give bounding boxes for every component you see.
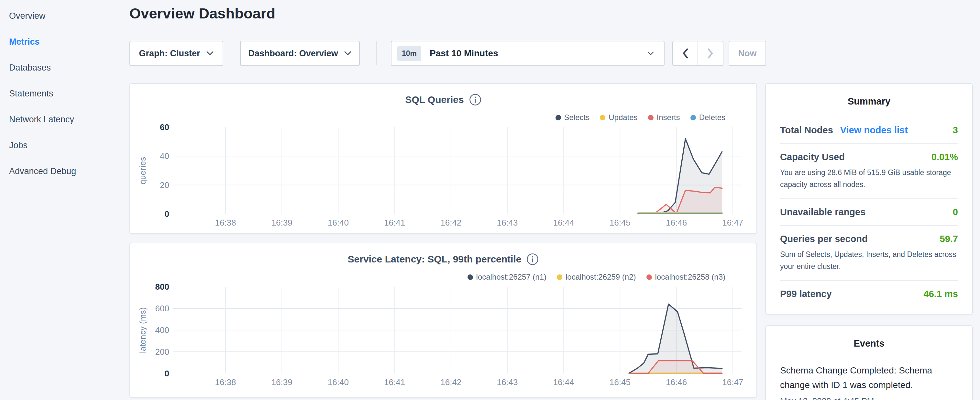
svg-text:40: 40 (160, 151, 169, 161)
svg-text:16:44: 16:44 (553, 377, 574, 387)
svg-text:16:43: 16:43 (496, 377, 518, 387)
summary-row-label: P99 latency (780, 288, 832, 300)
events-title: Events (780, 338, 958, 349)
service-latency-plot: 16:3816:3916:4016:4116:4216:4316:4416:45… (130, 243, 758, 398)
time-pager (672, 41, 724, 66)
time-range-dropdown[interactable]: 10m Past 10 Minutes (391, 41, 665, 66)
summary-row-value: 3 (953, 125, 958, 135)
time-range-badge: 10m (397, 46, 421, 61)
event-item: Schema Change Completed: Schema change w… (780, 363, 958, 400)
now-button-label: Now (738, 49, 757, 59)
dashboard-dropdown-label: Dashboard: Overview (248, 49, 338, 59)
view-nodes-list-link[interactable]: View nodes list (840, 125, 908, 135)
svg-text:16:44: 16:44 (553, 218, 574, 228)
sidebar: OverviewMetricsDatabasesStatementsNetwor… (0, 3, 129, 184)
sidebar-item-statements[interactable]: Statements (0, 81, 129, 107)
svg-text:16:40: 16:40 (328, 218, 349, 228)
summary-row: Capacity Used0.01%You are using 28.6 MiB… (780, 144, 958, 199)
sidebar-item-network-latency[interactable]: Network Latency (0, 107, 129, 132)
chevron-left-icon (682, 48, 689, 59)
sql-queries-chart-card: SQL Queries SelectsUpdatesInsertsDeletes… (129, 83, 757, 234)
svg-text:latency (ms): latency (ms) (138, 307, 147, 353)
summary-row-label: Queries per second (780, 234, 868, 244)
svg-text:800: 800 (155, 282, 169, 292)
sidebar-item-jobs[interactable]: Jobs (0, 132, 129, 158)
graph-dropdown-label: Graph: Cluster (139, 49, 200, 59)
summary-row-value: 0 (953, 207, 958, 217)
svg-text:16:47: 16:47 (722, 218, 743, 228)
svg-text:16:42: 16:42 (440, 218, 461, 228)
summary-row-label: Unavailable ranges (780, 207, 865, 217)
controls-divider (376, 41, 377, 65)
time-range-label: Past 10 Minutes (430, 48, 498, 59)
summary-row-description: You are using 28.6 MiB of 515.9 GiB usab… (780, 167, 958, 191)
sidebar-item-databases[interactable]: Databases (0, 55, 129, 81)
svg-text:16:45: 16:45 (609, 377, 631, 387)
summary-row-description: Sum of Selects, Updates, Inserts, and De… (780, 249, 958, 273)
events-list: Schema Change Completed: Schema change w… (780, 363, 958, 400)
svg-text:16:40: 16:40 (328, 377, 349, 387)
chevron-down-icon (206, 51, 214, 56)
svg-text:20: 20 (160, 180, 169, 190)
summary-row: Total NodesView nodes list3 (780, 117, 958, 144)
svg-text:16:39: 16:39 (272, 218, 293, 228)
event-text: Schema Change Completed: Schema change w… (780, 363, 958, 392)
svg-text:16:39: 16:39 (272, 377, 293, 387)
summary-row-label: Capacity Used (780, 152, 845, 163)
summary-row-value: 0.01% (931, 152, 958, 163)
summary-row: P99 latency46.1 ms (780, 281, 958, 307)
sidebar-item-metrics[interactable]: Metrics (0, 29, 129, 55)
svg-text:200: 200 (155, 347, 169, 357)
event-timestamp: May 13, 2020 at 4:45 PM (780, 396, 958, 400)
svg-text:queries: queries (138, 157, 147, 185)
svg-text:16:46: 16:46 (666, 377, 687, 387)
sidebar-item-advanced-debug[interactable]: Advanced Debug (0, 158, 129, 184)
events-panel: Events Schema Change Completed: Schema c… (765, 325, 973, 400)
summary-row: Unavailable ranges0 (780, 199, 958, 226)
svg-text:60: 60 (160, 122, 169, 132)
dashboard-dropdown[interactable]: Dashboard: Overview (240, 41, 360, 66)
chevron-down-icon (647, 51, 654, 56)
summary-panel: Summary Total NodesView nodes list3Capac… (765, 83, 973, 315)
svg-text:0: 0 (165, 209, 169, 219)
chevron-right-icon (707, 48, 714, 59)
overview-dashboard-page: { "header": { "title": "Overview Dashboa… (0, 0, 980, 400)
svg-text:400: 400 (155, 325, 169, 335)
chevron-down-icon (344, 51, 352, 56)
service-latency-chart-card: Service Latency: SQL, 99th percentile lo… (129, 243, 757, 398)
summary-row-label: Total Nodes (780, 125, 833, 135)
svg-text:16:38: 16:38 (215, 218, 236, 228)
svg-text:16:38: 16:38 (215, 377, 236, 387)
svg-text:16:45: 16:45 (609, 218, 631, 228)
svg-text:600: 600 (155, 304, 169, 313)
svg-text:16:47: 16:47 (722, 377, 743, 387)
summary-row: Queries per second59.7Sum of Selects, Up… (780, 226, 958, 281)
sidebar-item-overview[interactable]: Overview (0, 3, 129, 29)
summary-title: Summary (780, 96, 958, 107)
svg-text:16:43: 16:43 (496, 218, 518, 228)
svg-text:16:46: 16:46 (666, 218, 687, 228)
svg-text:16:41: 16:41 (384, 218, 405, 228)
next-timespan-button[interactable] (698, 41, 723, 65)
graph-dropdown[interactable]: Graph: Cluster (129, 41, 223, 66)
previous-timespan-button[interactable] (673, 41, 698, 65)
summary-row-value: 59.7 (940, 234, 958, 244)
now-button[interactable]: Now (729, 41, 766, 66)
svg-text:16:41: 16:41 (384, 377, 405, 387)
svg-text:0: 0 (165, 369, 169, 378)
svg-text:16:42: 16:42 (440, 377, 461, 387)
sql-queries-plot: 16:3816:3916:4016:4116:4216:4316:4416:45… (130, 84, 758, 234)
summary-rows: Total NodesView nodes list3Capacity Used… (780, 117, 958, 307)
summary-row-value: 46.1 ms (924, 288, 958, 300)
page-title: Overview Dashboard (129, 5, 275, 22)
